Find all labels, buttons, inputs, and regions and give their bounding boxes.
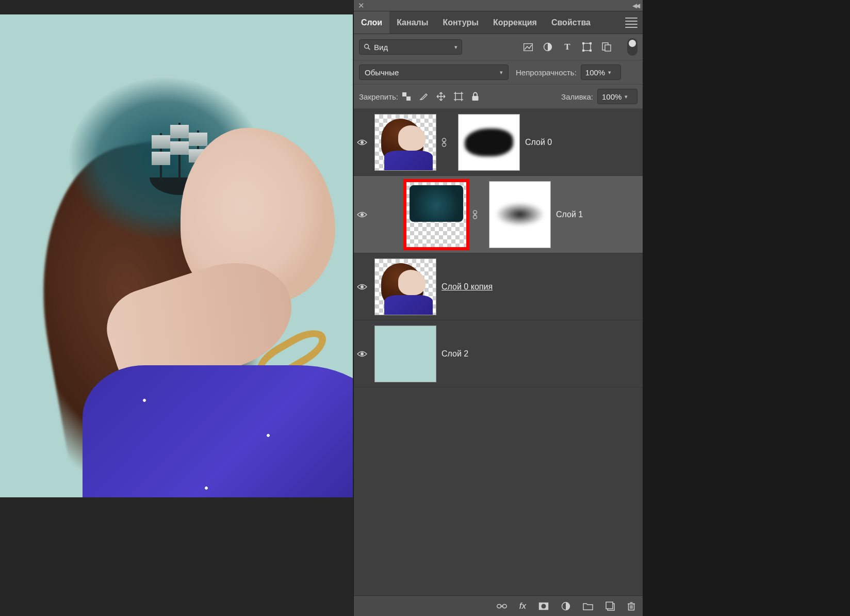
document-canvas-area — [0, 0, 353, 616]
layers-footer: fx — [354, 595, 643, 616]
lock-brush-icon[interactable] — [419, 92, 428, 101]
svg-point-34 — [361, 285, 364, 288]
layers-panel: ✕ ◀◀ Слои Каналы Контуры Коррекция Свойс… — [354, 0, 643, 616]
lock-transparency-icon[interactable] — [402, 92, 411, 101]
filter-smart-icon[interactable] — [601, 42, 612, 52]
layer-name[interactable]: Слой 2 — [442, 349, 468, 359]
layer-name[interactable]: Слой 1 — [556, 210, 583, 219]
visibility-toggle[interactable] — [357, 350, 369, 358]
svg-rect-15 — [402, 96, 406, 101]
layer-mask-thumbnail[interactable] — [458, 114, 520, 171]
svg-point-35 — [361, 352, 364, 355]
svg-point-30 — [361, 213, 364, 216]
lock-artboard-icon[interactable] — [454, 92, 463, 101]
svg-rect-42 — [606, 602, 613, 609]
chevron-down-icon: ▾ — [500, 69, 503, 76]
layer-filter-kind[interactable]: Вид ▾ — [359, 39, 462, 55]
svg-line-1 — [368, 48, 370, 50]
delete-layer-icon[interactable] — [627, 602, 635, 611]
layer-row-0[interactable]: Слой 0 — [354, 109, 643, 176]
new-layer-icon[interactable] — [606, 602, 615, 611]
lock-all-icon[interactable] — [471, 92, 479, 101]
visibility-toggle[interactable] — [357, 283, 369, 290]
blend-opacity-row: Обычные ▾ Непрозрачность: 100% ▾ — [354, 60, 643, 85]
tab-adjustments[interactable]: Коррекция — [486, 11, 544, 34]
fill-input[interactable]: 100% ▾ — [597, 89, 638, 104]
svg-rect-5 — [582, 42, 584, 44]
new-group-icon[interactable] — [583, 602, 593, 610]
svg-rect-16 — [455, 93, 462, 100]
filter-row: Вид ▾ T — [354, 34, 643, 60]
panel-menu-icon[interactable] — [625, 15, 638, 30]
layer-row-0copy[interactable]: Слой 0 копия — [354, 253, 643, 320]
fill-label: Заливка: — [561, 92, 593, 101]
layer-thumbnail[interactable] — [374, 326, 436, 382]
close-icon[interactable]: ✕ — [358, 2, 365, 9]
svg-point-40 — [542, 604, 546, 608]
visibility-toggle[interactable] — [357, 211, 369, 218]
lock-label: Закрепить: — [359, 92, 398, 101]
tab-channels[interactable]: Каналы — [389, 11, 435, 34]
tab-properties[interactable]: Свойства — [544, 11, 598, 34]
filter-type-icon[interactable]: T — [562, 42, 573, 52]
svg-rect-10 — [605, 45, 611, 51]
svg-point-26 — [361, 141, 364, 144]
panel-titlebar[interactable]: ✕ ◀◀ — [354, 0, 643, 11]
filter-toggle[interactable] — [627, 38, 638, 56]
chevron-down-icon: ▾ — [625, 93, 628, 100]
layer-name[interactable]: Слой 0 копия — [442, 282, 493, 291]
chevron-down-icon: ▾ — [608, 69, 611, 76]
svg-rect-14 — [406, 92, 411, 96]
artwork-figure — [46, 51, 353, 497]
layer-row-1[interactable]: Слой 1 — [354, 176, 643, 253]
svg-rect-25 — [472, 96, 479, 101]
layer-name[interactable]: Слой 0 — [525, 138, 552, 147]
layers-list[interactable]: Слой 0 Слой 1 Слой 0 копия — [354, 109, 643, 595]
svg-rect-8 — [590, 50, 592, 52]
opacity-value: 100% — [585, 68, 605, 77]
fill-value: 100% — [602, 92, 622, 101]
tab-layers[interactable]: Слои — [354, 11, 389, 34]
panel-tabs: Слои Каналы Контуры Коррекция Свойства — [354, 11, 643, 34]
blend-mode-value: Обычные — [365, 68, 399, 77]
svg-rect-4 — [583, 43, 591, 51]
svg-rect-12 — [402, 92, 406, 96]
opacity-label: Непрозрачность: — [516, 68, 577, 77]
add-mask-icon[interactable] — [538, 602, 549, 610]
svg-point-0 — [365, 44, 369, 48]
link-layers-icon[interactable] — [497, 603, 507, 609]
layer-thumbnail[interactable] — [374, 114, 436, 171]
layer-row-2[interactable]: Слой 2 — [354, 320, 643, 387]
mask-link-icon[interactable] — [442, 138, 453, 147]
opacity-input[interactable]: 100% ▾ — [581, 64, 621, 80]
chevron-down-icon: ▾ — [454, 44, 457, 51]
svg-rect-13 — [406, 96, 411, 101]
svg-rect-7 — [582, 50, 584, 52]
filter-pixel-icon[interactable] — [523, 42, 533, 52]
collapse-icon[interactable]: ◀◀ — [632, 2, 639, 9]
mask-link-icon[interactable] — [472, 210, 484, 219]
layer-thumbnail[interactable] — [374, 258, 436, 315]
new-adjustment-icon[interactable] — [561, 602, 570, 611]
layer-effects-icon[interactable]: fx — [519, 601, 526, 611]
search-icon — [364, 43, 371, 51]
blend-mode-select[interactable]: Обычные ▾ — [359, 64, 509, 80]
lock-fill-row: Закрепить: Заливка: 100% ▾ — [354, 85, 643, 109]
lock-position-icon[interactable] — [436, 92, 446, 101]
document-canvas[interactable] — [0, 14, 353, 497]
layer-thumbnail[interactable] — [405, 181, 467, 248]
visibility-toggle[interactable] — [357, 139, 369, 146]
svg-rect-6 — [590, 42, 592, 44]
layer-mask-thumbnail[interactable] — [489, 181, 551, 248]
tab-paths[interactable]: Контуры — [435, 11, 486, 34]
filter-shape-icon[interactable] — [582, 42, 592, 52]
layer-filter-kind-label: Вид — [374, 43, 388, 52]
filter-adjust-icon[interactable] — [543, 42, 553, 52]
